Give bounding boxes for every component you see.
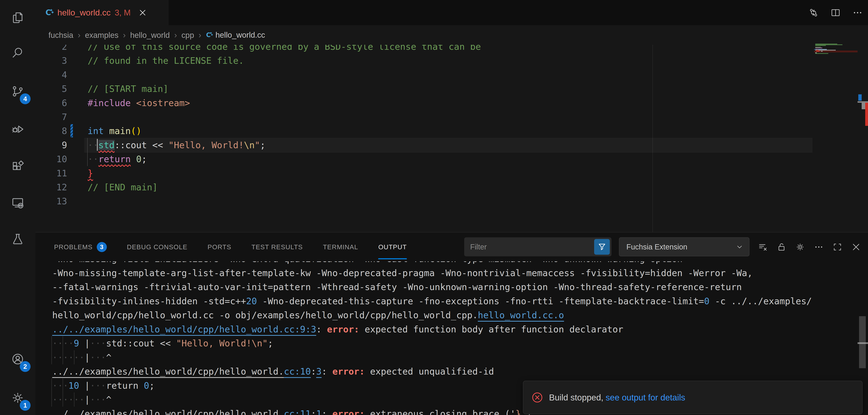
text-segment: | bbox=[79, 380, 90, 391]
text-segment: return bbox=[106, 380, 144, 391]
text-segment: ; bbox=[142, 154, 147, 164]
text-segment: | bbox=[85, 394, 90, 405]
code-line-12[interactable]: 12// [END main] bbox=[35, 180, 868, 194]
breadcrumb-item-examples[interactable]: examples bbox=[85, 31, 119, 39]
sidebar-item-accounts[interactable]: 2 bbox=[0, 341, 35, 377]
text-segment: "Hello, World! bbox=[168, 140, 244, 150]
panel-tab-ports[interactable]: PORTS bbox=[208, 232, 231, 261]
sidebar-item-explorer[interactable] bbox=[0, 0, 35, 35]
code-line-2[interactable]: 2// Use of this source code is governed … bbox=[35, 45, 868, 54]
output-file-link[interactable]: ../../examples/hello_world/cpp/hello_wor… bbox=[52, 366, 284, 377]
breadcrumb-item-hello_world[interactable]: hello_world bbox=[130, 31, 169, 39]
breadcrumb-file[interactable]: C hello_world.cc bbox=[206, 31, 265, 39]
open-changes-icon[interactable] bbox=[808, 7, 819, 18]
panel-tab-test-results[interactable]: TEST RESULTS bbox=[251, 232, 303, 261]
code-line-11[interactable]: 11} bbox=[35, 166, 868, 180]
sidebar-item-remote-explorer[interactable] bbox=[0, 185, 35, 220]
run-debug-icon bbox=[11, 122, 25, 136]
breadcrumb-item-fuchsia[interactable]: fuchsia bbox=[49, 31, 73, 39]
output-file-link[interactable]: hello_world.cc.o bbox=[478, 310, 564, 320]
gutter-modified-indicator bbox=[70, 124, 73, 137]
sidebar-item-extensions[interactable] bbox=[0, 148, 35, 183]
search-icon bbox=[11, 46, 25, 60]
output-row: -fvisibility-inlines-hidden -std=c++20 -… bbox=[52, 294, 812, 308]
text-segment: // Use of this source code is governed b… bbox=[88, 45, 481, 52]
code-editor[interactable]: 2// Use of this source code is governed … bbox=[35, 45, 868, 232]
line-number: 7 bbox=[35, 110, 67, 124]
overview-scroll-thumb[interactable] bbox=[862, 103, 865, 109]
code-line-10[interactable]: 10··return 0; bbox=[35, 152, 868, 166]
minimap-line bbox=[814, 51, 858, 53]
sidebar-item-settings[interactable]: 1 bbox=[0, 380, 35, 415]
filter-input[interactable] bbox=[464, 237, 593, 256]
output-file-link[interactable]: 3 bbox=[316, 366, 321, 377]
panel-tab-terminal[interactable]: TERMINAL bbox=[323, 232, 358, 261]
filter-funnel-button[interactable] bbox=[594, 239, 610, 255]
output-channel-select[interactable]: Fuchsia Extension bbox=[619, 237, 749, 256]
text-segment: 0 bbox=[136, 154, 142, 164]
text-segment: -Wno-missing-field-initializers -Wno-ext… bbox=[52, 261, 683, 264]
toast-link-see-output[interactable]: see output for details bbox=[606, 392, 685, 403]
settings-badge: 1 bbox=[20, 400, 31, 411]
code-line-6[interactable]: 6#include <iostream> bbox=[35, 96, 868, 110]
overview-scroll-band[interactable] bbox=[858, 101, 868, 103]
output-file-link[interactable]: cc:10 bbox=[284, 366, 311, 377]
code-line-3[interactable]: 3// found in the LICENSE file. bbox=[35, 54, 868, 68]
code-line-4[interactable]: 4 bbox=[35, 68, 868, 82]
sidebar-item-search[interactable] bbox=[0, 35, 35, 70]
indent-guide bbox=[87, 138, 88, 166]
cpp-file-icon: C bbox=[206, 32, 213, 39]
clear-output-icon[interactable] bbox=[758, 242, 768, 252]
more-actions-icon[interactable] bbox=[814, 242, 824, 252]
text-segment: extraneous closing brace (' bbox=[365, 409, 516, 415]
text-segment: ······ bbox=[52, 394, 85, 405]
panel-tab-output[interactable]: OUTPUT bbox=[378, 232, 407, 261]
minimap[interactable] bbox=[814, 44, 858, 57]
sidebar-item-run-debug[interactable] bbox=[0, 111, 35, 147]
sidebar-item-source-control[interactable]: 4 bbox=[0, 74, 35, 109]
code-line-13[interactable]: 13 bbox=[35, 194, 868, 208]
output-file-link[interactable]: 1 bbox=[316, 409, 321, 415]
output-row: hello_world/cpp/hello_world.cc -o obj/ex… bbox=[52, 308, 564, 322]
code-text: // found in the LICENSE file. bbox=[88, 54, 244, 68]
text-segment: error: bbox=[332, 366, 365, 377]
files-icon bbox=[11, 11, 25, 25]
maximize-panel-icon[interactable] bbox=[833, 242, 842, 252]
panel-scrollbar-marker bbox=[858, 342, 868, 344]
accounts-badge: 2 bbox=[20, 361, 31, 372]
text-segment: ^ bbox=[106, 352, 112, 362]
line-number: 10 bbox=[35, 152, 67, 166]
minimap-line bbox=[821, 51, 823, 52]
split-editor-icon[interactable] bbox=[830, 7, 841, 18]
text-segment: 10 bbox=[68, 380, 79, 391]
tab-hello-world-cc[interactable]: C hello_world.cc 3, M bbox=[35, 0, 169, 25]
close-panel-icon[interactable] bbox=[851, 242, 861, 252]
more-actions-icon[interactable] bbox=[852, 7, 863, 18]
sidebar-item-testing[interactable] bbox=[0, 222, 35, 257]
output-row: ../../examples/hello_world/cpp/hello_wor… bbox=[52, 364, 494, 379]
panel-tab-problems[interactable]: PROBLEMS3 bbox=[54, 232, 107, 261]
text-segment: | bbox=[85, 352, 90, 362]
output-file-link[interactable]: ../../examples/hello_world/cpp/hello_wor… bbox=[52, 324, 316, 334]
text-segment: () bbox=[131, 126, 142, 136]
settings-gear-icon[interactable] bbox=[795, 242, 805, 252]
code-line-5[interactable]: 5// [START main] bbox=[35, 82, 868, 96]
code-line-7[interactable]: 7 bbox=[35, 110, 868, 124]
tab-close-icon[interactable] bbox=[138, 8, 147, 17]
output-file-link[interactable]: cc:11 bbox=[284, 409, 311, 415]
filter-box bbox=[464, 237, 612, 256]
code-line-9[interactable]: 9··std::cout << "Hello, World!\n"; bbox=[35, 138, 868, 152]
code-line-8[interactable]: 8int main() bbox=[35, 124, 868, 138]
output-file-link[interactable]: ../../examples/hello_world/cpp/hello_wor… bbox=[52, 409, 284, 415]
remote-explorer-icon bbox=[11, 196, 25, 210]
beaker-icon bbox=[11, 232, 25, 246]
funnel-icon bbox=[597, 242, 607, 252]
breadcrumb: fuchsia›examples›hello_world›cpp› C hell… bbox=[35, 25, 868, 45]
activity-bar: 4 2 1 bbox=[0, 0, 35, 415]
breadcrumb-item-cpp[interactable]: cpp bbox=[181, 31, 194, 39]
text-segment: ::cout << bbox=[115, 140, 168, 150]
notification-toast[interactable]: Build stopped, see output for details bbox=[523, 381, 863, 414]
panel-tab-debug-console[interactable]: DEBUG CONSOLE bbox=[127, 232, 188, 261]
panel-tabs: PROBLEMS3DEBUG CONSOLEPORTSTEST RESULTST… bbox=[54, 232, 407, 261]
unlock-icon[interactable] bbox=[777, 242, 786, 252]
